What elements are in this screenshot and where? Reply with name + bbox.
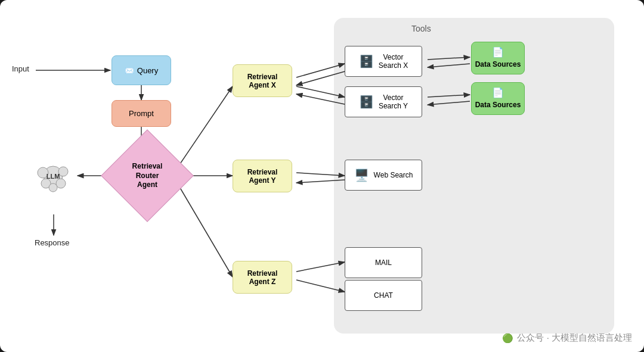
- retrieval-z-label: RetrievalAgent Z: [247, 269, 278, 286]
- mail-node: MAIL: [345, 247, 422, 278]
- vector-search-x: 🗄️ VectorSearch X: [345, 46, 422, 77]
- retrieval-agent-y: RetrievalAgent Y: [233, 160, 292, 192]
- prompt-label: Prompt: [129, 109, 154, 118]
- doc-icon-2: 📄: [492, 87, 504, 99]
- watermark-text: 公众号 · 大模型自然语言处理: [517, 332, 632, 344]
- prompt-node: Prompt: [112, 100, 171, 127]
- mail-label: MAIL: [375, 258, 392, 267]
- wechat-icon: 🟢: [502, 333, 513, 344]
- vector-search-y: 🗄️ VectorSearch Y: [345, 86, 422, 117]
- router-label: RetrievalRouterAgent: [132, 162, 163, 190]
- svg-point-24: [58, 167, 68, 176]
- tools-label: Tools: [411, 24, 431, 33]
- svg-text:LLM: LLM: [47, 173, 60, 180]
- vector-x-label: VectorSearch X: [379, 53, 408, 70]
- db-icon-x: 🗄️: [359, 54, 374, 68]
- query-icon: ✉️: [125, 66, 134, 75]
- data-sources-1: 📄 Data Sources: [471, 42, 525, 74]
- watermark: 🟢 公众号 · 大模型自然语言处理: [502, 332, 632, 344]
- data-sources-2: 📄 Data Sources: [471, 82, 525, 115]
- doc-icon-1: 📄: [492, 46, 504, 59]
- web-search: 🖥️ Web Search: [345, 160, 422, 191]
- svg-line-7: [179, 86, 233, 166]
- datasource-1-label: Data Sources: [475, 60, 521, 70]
- datasource-2-label: Data Sources: [475, 101, 521, 110]
- vector-y-label: VectorSearch Y: [379, 94, 408, 110]
- llm-node: LLM: [31, 155, 76, 200]
- web-icon: 🖥️: [354, 168, 369, 182]
- web-search-label: Web Search: [374, 171, 413, 179]
- db-icon-y: 🗄️: [359, 95, 374, 109]
- retrieval-agent-z: RetrievalAgent Z: [233, 261, 292, 294]
- retrieval-x-label: RetrievalAgent X: [247, 73, 278, 89]
- retrieval-agent-x: RetrievalAgent X: [233, 64, 292, 97]
- chat-label: CHAT: [374, 291, 393, 300]
- svg-line-9: [179, 186, 233, 277]
- chat-node: CHAT: [345, 280, 422, 311]
- svg-point-26: [56, 179, 66, 188]
- svg-point-27: [49, 183, 57, 192]
- main-canvas: Tools: [0, 0, 644, 352]
- input-label: Input: [12, 64, 29, 73]
- response-label: Response: [35, 238, 70, 247]
- query-label: Query: [137, 66, 158, 75]
- query-node: ✉️ Query: [112, 55, 171, 85]
- router-node: RetrievalRouterAgent: [101, 129, 194, 222]
- retrieval-y-label: RetrievalAgent Y: [247, 168, 278, 185]
